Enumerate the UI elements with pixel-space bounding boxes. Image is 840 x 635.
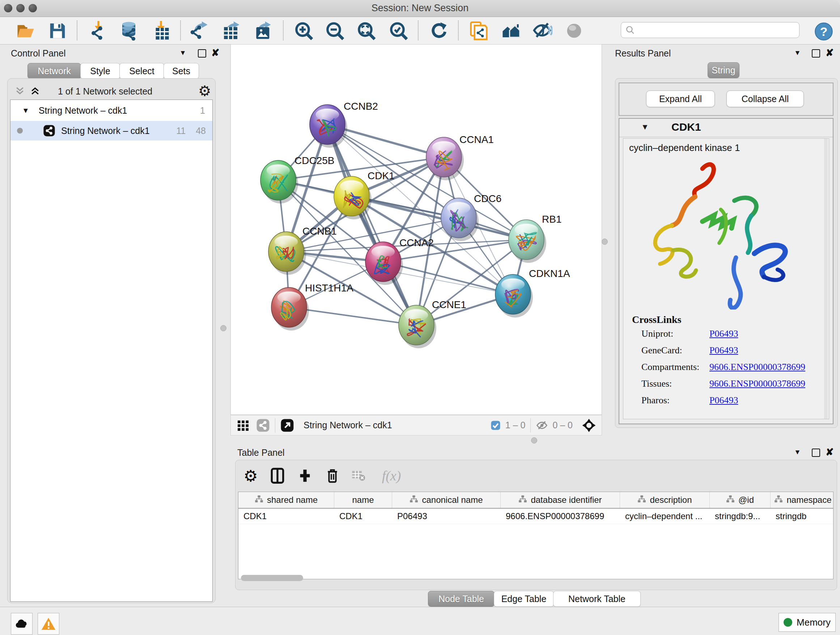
create-column-icon[interactable] [296,466,314,485]
column-header-database-identifier[interactable]: database identifier [501,492,620,508]
column-header-name[interactable]: name [334,492,392,508]
crosslink-link[interactable]: 9606.ENSP00000378699 [709,362,805,372]
crosslink-link[interactable]: P06493 [709,328,738,339]
open-in-window-icon[interactable] [280,418,294,432]
cloud-button[interactable] [11,613,33,635]
collapse-all-button[interactable]: Collapse All [726,90,804,107]
tab-node-table[interactable]: Node Table [428,591,494,607]
hidden-indicator[interactable]: 0 – 0 [536,419,573,432]
right-splitter-handle[interactable] [602,239,608,245]
string-home-button[interactable] [500,20,521,41]
import-network-button[interactable] [88,20,109,41]
bottom-splitter-handle[interactable] [531,437,537,443]
close-panel-icon[interactable]: ✘ [826,447,834,458]
export-image-button[interactable] [252,20,273,41]
table-settings-gear-icon[interactable]: ⚙ [242,466,260,485]
table-cell[interactable]: stringdb [771,509,834,524]
close-panel-icon[interactable]: ✘ [211,47,219,59]
node-CDKN1A[interactable] [495,274,533,318]
table-row[interactable]: CDK1CDK1P064939606.ENSP00000378699cyclin… [238,509,833,524]
float-panel-icon[interactable] [198,49,206,59]
delete-column-trash-icon[interactable] [324,466,341,485]
collapse-panel-icon[interactable]: ▼ [794,49,801,57]
float-panel-icon[interactable] [812,448,820,458]
collapse-panel-icon[interactable]: ▼ [794,448,801,456]
node-CCNB2[interactable] [309,105,347,148]
export-network-button[interactable] [188,20,210,41]
tree-expand-icon[interactable]: ▼ [22,106,29,115]
entry-collapse-icon[interactable]: ▼ [641,122,649,132]
help-button[interactable]: ? [813,21,834,42]
tab-sets[interactable]: Sets [164,63,199,79]
node-table[interactable]: shared namenamecanonical namedatabase id… [238,492,834,579]
selected-indicator[interactable]: 1 – 0 [490,420,526,431]
node-CDK1[interactable] [334,176,371,219]
tab-string[interactable]: String [707,62,739,78]
table-cell[interactable]: 9606.ENSP00000378699 [501,509,620,524]
function-builder-icon[interactable]: f(x) [377,466,406,485]
left-splitter-handle[interactable] [220,325,226,331]
table-hscrollbar-thumb[interactable] [241,575,303,581]
crosslink-link[interactable]: P06493 [709,395,738,406]
node-HIST1H1A[interactable] [271,287,309,331]
zoom-selected-button[interactable] [388,20,409,41]
string-app-icon[interactable] [256,418,270,432]
node-CCNE1[interactable] [399,305,436,348]
import-database-button[interactable] [118,20,139,41]
expand-all-button[interactable]: Expand All [646,90,715,107]
node-CDC6[interactable] [441,198,478,241]
warnings-button[interactable] [38,613,59,635]
collapse-all-networks-icon[interactable] [14,86,25,98]
save-session-button[interactable] [47,20,68,41]
float-panel-icon[interactable] [812,49,820,59]
network-list: ▼ String Network – cdk1 1 String Network… [10,100,213,602]
expand-all-networks-icon[interactable] [30,86,41,98]
refresh-view-button[interactable] [429,20,450,41]
open-session-button[interactable] [15,20,36,41]
hide-panel-button[interactable] [532,20,553,41]
node-CCNA2[interactable] [365,242,403,285]
memory-button[interactable]: Memory [778,613,836,632]
column-header-shared-name[interactable]: shared name [238,492,334,508]
table-cell[interactable]: P06493 [392,509,501,524]
tab-edge-table[interactable]: Edge Table [494,591,554,607]
zoom-out-button[interactable] [325,20,346,41]
crosslink-link[interactable]: 9606.ENSP00000378699 [709,378,805,389]
import-table-button[interactable] [150,20,172,41]
pan-crosshair-icon[interactable] [581,418,597,433]
tab-network[interactable]: Network [27,63,81,79]
column-header-@id[interactable]: @id [710,492,771,508]
network-canvas[interactable]: CCNB2CCNA1CDC25BCDK1CDC6RB1CCNB1CCNA2CDK… [231,44,602,415]
network-options-gear-icon[interactable]: ⚙ [198,82,211,99]
tab-network-table[interactable]: Network Table [553,591,641,607]
zoom-fit-button[interactable] [356,20,377,41]
network-collection-row[interactable]: ▼ String Network – cdk1 1 [11,101,212,120]
collapse-panel-icon[interactable]: ▼ [180,49,186,57]
node-CDC25B[interactable] [261,160,298,203]
table-cell[interactable]: cyclin–dependent ... [620,509,710,524]
table-cell[interactable]: stringdb:9... [710,509,771,524]
search-input[interactable] [635,25,795,35]
table-cell[interactable]: CDK1 [334,509,392,524]
birdseye-grid-icon[interactable] [237,419,249,432]
export-table-button[interactable] [220,20,241,41]
table-cell[interactable]: CDK1 [238,509,334,524]
results-scrollbar[interactable] [824,139,828,419]
column-header-canonical-name[interactable]: canonical name [392,492,501,508]
close-panel-icon[interactable]: ✘ [826,47,834,59]
search-box[interactable] [621,22,799,38]
node-RB1[interactable] [508,220,546,263]
column-header-namespace[interactable]: namespace [771,492,834,508]
show-panel-button[interactable] [564,20,584,41]
delete-table-icon[interactable] [349,466,368,485]
node-CCNA1[interactable] [426,137,464,180]
share-document-button[interactable] [468,20,489,41]
zoom-in-button[interactable] [294,20,315,41]
tab-style[interactable]: Style [80,63,120,79]
crosslink-link[interactable]: P06493 [709,345,738,356]
network-row[interactable]: String Network – cdk1 11 48 [11,121,212,141]
tab-select[interactable]: Select [119,63,164,79]
show-columns-icon[interactable] [268,466,286,485]
column-header-description[interactable]: description [620,492,710,508]
edge-CCNB2-CCNE1[interactable] [327,125,416,325]
